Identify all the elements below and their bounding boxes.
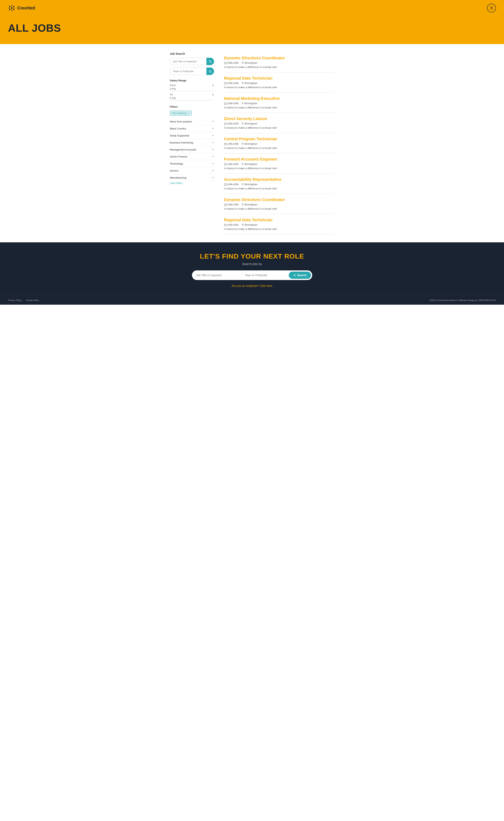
job-title[interactable]: Regional Data Technician bbox=[224, 76, 334, 81]
job-location: Birmingham bbox=[241, 183, 258, 186]
footer-job-input[interactable] bbox=[196, 272, 240, 278]
add-filter-icon: + bbox=[212, 169, 214, 172]
filter-item[interactable]: Service+ bbox=[170, 167, 214, 174]
salary-to-value[interactable]: £ Any bbox=[170, 97, 214, 100]
main-content: Job Search Salary Range From: ▼ £ Any bbox=[162, 44, 342, 242]
filter-item-label: Black Country bbox=[170, 127, 186, 130]
filter-item[interactable]: Manufacturing+ bbox=[170, 174, 214, 181]
filter-item-label: Technology bbox=[170, 162, 183, 165]
job-title[interactable]: Direct Security Liaison bbox=[224, 116, 334, 121]
job-title[interactable]: Forward Accounts Engineer bbox=[224, 157, 334, 162]
briefcase-icon bbox=[224, 203, 227, 206]
svg-rect-23 bbox=[224, 204, 226, 206]
job-salary: £40k-£45k bbox=[224, 62, 239, 64]
filters-section: Filters Flexi Working × Move from practi… bbox=[170, 105, 214, 185]
briefcase-icon bbox=[224, 183, 227, 186]
filter-item[interactable]: Management Accounts+ bbox=[170, 146, 214, 153]
job-description: A chance to make a difference in a broad… bbox=[224, 187, 334, 190]
location-search-wrap bbox=[170, 68, 214, 75]
job-salary: £40k-£45k bbox=[224, 122, 239, 125]
svg-rect-15 bbox=[224, 123, 226, 125]
job-description: A chance to make a difference in a broad… bbox=[224, 147, 334, 150]
footer-location-input[interactable] bbox=[245, 272, 289, 278]
salary-from-label: From: ▼ bbox=[170, 84, 214, 87]
job-title[interactable]: Dynamic Directives Coordinator bbox=[224, 56, 334, 60]
add-filter-icon: + bbox=[212, 134, 214, 137]
filter-item[interactable]: Technology+ bbox=[170, 160, 214, 167]
job-title[interactable]: National Marketing Executive bbox=[224, 96, 334, 101]
active-filter-label: Flexi Working bbox=[172, 112, 187, 115]
job-title[interactable]: Regional Data Technician bbox=[224, 218, 334, 222]
from-arrow-icon: ▼ bbox=[212, 84, 214, 87]
brand-name: Counted bbox=[17, 5, 35, 11]
location-icon bbox=[241, 102, 244, 105]
location-search-button[interactable] bbox=[206, 68, 214, 75]
footer-search-label: Search bbox=[297, 274, 307, 277]
filters-title: Filters bbox=[170, 105, 214, 108]
svg-point-3 bbox=[9, 9, 10, 10]
copyright-text: ©2022 Counted Recruitment | Website Desi… bbox=[429, 299, 496, 301]
clear-filters-link[interactable]: Clear Filters bbox=[170, 182, 183, 185]
privacy-policy-link[interactable]: Privacy Policy bbox=[8, 299, 22, 301]
job-title[interactable]: Central Program Technician bbox=[224, 137, 334, 141]
active-filter-tag[interactable]: Flexi Working × bbox=[170, 111, 192, 116]
svg-point-20 bbox=[242, 164, 243, 164]
footer-search-bar: Search bbox=[192, 270, 312, 280]
svg-rect-17 bbox=[224, 143, 226, 145]
svg-point-22 bbox=[242, 184, 243, 184]
job-title-search-button[interactable] bbox=[206, 58, 214, 65]
footer-links: Privacy Policy Cookie Policy bbox=[8, 299, 39, 301]
add-filter-icon: + bbox=[212, 148, 214, 151]
svg-rect-9 bbox=[224, 62, 226, 64]
job-salary: £40k-£45k bbox=[224, 102, 239, 105]
add-filter-icon: + bbox=[212, 155, 214, 158]
job-description: A chance to make a difference in a broad… bbox=[224, 207, 334, 210]
filter-item-label: Business Partnering bbox=[170, 141, 193, 144]
job-meta: £40k-£45k Birmingham bbox=[224, 102, 334, 105]
employer-link[interactable]: Are you an employer? Click here bbox=[232, 284, 272, 287]
job-salary: £40k-£45k bbox=[224, 203, 239, 206]
footer-cta-subtext: Search jobs by bbox=[8, 262, 496, 266]
job-location: Birmingham bbox=[241, 122, 258, 125]
filter-item[interactable]: Business Partnering+ bbox=[170, 139, 214, 146]
header: Counted ☰ bbox=[0, 0, 504, 16]
job-salary: £40k-£45k bbox=[224, 143, 239, 145]
location-icon bbox=[241, 163, 244, 165]
svg-point-7 bbox=[9, 8, 10, 9]
job-card: Regional Data Technician £40k-£45k Birmi… bbox=[224, 214, 334, 234]
location-icon bbox=[241, 122, 244, 125]
briefcase-icon bbox=[224, 102, 227, 105]
job-description: A chance to make a difference in a broad… bbox=[224, 106, 334, 109]
job-salary: £40k-£45k bbox=[224, 82, 239, 85]
job-location: Birmingham bbox=[241, 143, 258, 145]
salary-from-value[interactable]: £ Any bbox=[170, 87, 214, 91]
job-salary: £40k-£45k bbox=[224, 163, 239, 166]
svg-point-14 bbox=[242, 103, 243, 103]
salary-to-row: To: ▼ £ Any bbox=[170, 93, 214, 100]
cookie-policy-link[interactable]: Cookie Policy bbox=[26, 299, 39, 301]
svg-point-2 bbox=[13, 6, 14, 7]
salary-section: Salary Range From: ▼ £ Any To: ▼ £ Any bbox=[170, 79, 214, 100]
menu-button[interactable]: ☰ bbox=[487, 4, 496, 12]
job-location: Birmingham bbox=[241, 203, 258, 206]
remove-filter-button[interactable]: × bbox=[188, 112, 189, 115]
footer-cta-heading: LET'S FIND YOUR NEXT ROLE bbox=[8, 252, 496, 260]
svg-rect-19 bbox=[224, 164, 226, 165]
job-meta: £40k-£45k Birmingham bbox=[224, 82, 334, 85]
job-title[interactable]: Accountability Representative bbox=[224, 177, 334, 182]
job-location: Birmingham bbox=[241, 82, 258, 85]
location-icon bbox=[241, 82, 244, 84]
filter-item-label: Service bbox=[170, 169, 179, 172]
job-card: Regional Data Technician £40k-£45k Birmi… bbox=[224, 72, 334, 93]
job-listings: Dynamic Directives Coordinator £40k-£45k… bbox=[224, 52, 334, 234]
footer-search-button[interactable]: Search bbox=[289, 272, 311, 279]
filter-item[interactable]: Study Supported+ bbox=[170, 132, 214, 139]
job-card: National Marketing Executive £40k-£45k B… bbox=[224, 93, 334, 113]
job-card: Direct Security Liaison £40k-£45k Birmin… bbox=[224, 113, 334, 133]
job-title[interactable]: Dynamic Directives Coordinator bbox=[224, 197, 334, 202]
filter-item[interactable]: Move from practice+ bbox=[170, 118, 214, 125]
filter-item[interactable]: Senior Finance+ bbox=[170, 153, 214, 160]
job-location: Birmingham bbox=[241, 223, 258, 226]
filter-item[interactable]: Black Country+ bbox=[170, 125, 214, 132]
location-icon bbox=[241, 203, 244, 206]
